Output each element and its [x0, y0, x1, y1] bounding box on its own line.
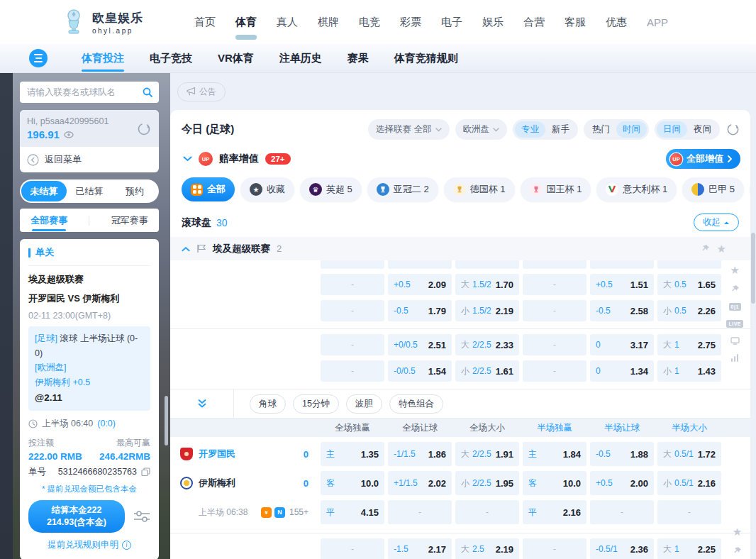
tab-unsettled[interactable]: 未结算: [21, 181, 67, 201]
odds-cell[interactable]: -: [321, 334, 384, 355]
nav-promo[interactable]: 优惠: [596, 0, 637, 44]
pin-icon[interactable]: [730, 284, 740, 294]
odds-cell[interactable]: -: [455, 500, 519, 524]
odds-type-select[interactable]: 欧洲盘: [455, 119, 508, 140]
toggle-hot[interactable]: 热门: [586, 121, 616, 138]
pin-icon[interactable]: [701, 244, 710, 253]
live-video-icon[interactable]: [730, 337, 740, 345]
odds-cell[interactable]: -0.5/12.36: [590, 538, 654, 559]
nav-entertainment[interactable]: 娱乐: [472, 0, 513, 44]
menu-icon[interactable]: [29, 49, 48, 67]
odds-cell[interactable]: -0.51.88: [590, 442, 654, 466]
odds-cell[interactable]: 小0.5/12.16: [657, 471, 721, 495]
expand-markets-button[interactable]: [170, 389, 234, 418]
odds-cell[interactable]: 主1.35: [321, 442, 384, 466]
odds-cell[interactable]: 03.17: [590, 334, 654, 355]
announcement-button[interactable]: 公告: [177, 82, 226, 101]
market-15min[interactable]: 15分钟: [293, 394, 339, 414]
cashout-settings-icon[interactable]: [133, 509, 150, 524]
odds-cell[interactable]: 大0.51.65: [657, 274, 721, 295]
odds-cell[interactable]: -0.51.79: [388, 300, 452, 321]
cashout-button[interactable]: 结算本金222 214.93(含本金): [28, 500, 125, 533]
odds-cell[interactable]: -: [523, 260, 587, 269]
league-tab-epl[interactable]: ♛ 英超 5: [300, 177, 362, 201]
subnav-rules[interactable]: 体育竞猜规则: [394, 52, 458, 65]
more-markets-count[interactable]: 155+: [289, 507, 308, 517]
odds-cell[interactable]: 大0.5/11.72: [657, 442, 721, 466]
odds-cell[interactable]: 01.34: [590, 360, 654, 382]
odds-cell[interactable]: 主1.84: [523, 442, 587, 466]
odds-cell[interactable]: 大1.5/21.70: [455, 274, 519, 295]
odds-cell[interactable]: +1/1.52.02: [388, 471, 452, 495]
league-tab-copa-del-rey[interactable]: 国王杯 1: [521, 177, 591, 201]
favorite-star-icon[interactable]: ★: [730, 265, 739, 275]
all-boost-button[interactable]: UP 全部增值: [666, 149, 740, 169]
odds-cell[interactable]: -: [523, 274, 587, 295]
market-corners[interactable]: 角球: [250, 394, 286, 414]
main-scrollbar[interactable]: [751, 233, 755, 304]
odds-cell[interactable]: +0.51.51: [590, 274, 654, 295]
odds-cell[interactable]: +0.52.00: [590, 471, 654, 495]
odds-cell[interactable]: -: [657, 500, 721, 524]
league-tab-acl2[interactable]: 亚冠二 2: [367, 177, 438, 201]
nav-app[interactable]: APP: [637, 0, 678, 44]
tab-settled[interactable]: 已结算: [67, 181, 112, 201]
odds-cell[interactable]: -: [388, 260, 452, 269]
odds-cell[interactable]: -: [523, 360, 587, 382]
league-tab-coppa-italia[interactable]: 意大利杯 1: [596, 177, 677, 201]
odds-cell[interactable]: -: [388, 500, 452, 524]
league-tab-favorites[interactable]: ★ 收藏: [240, 177, 294, 201]
market-correct-score[interactable]: 波胆: [346, 394, 382, 414]
odds-cell[interactable]: -: [657, 260, 721, 269]
subnav-sports-betting[interactable]: 体育投注: [82, 52, 124, 65]
odds-cell[interactable]: -: [455, 260, 519, 269]
toggle-novice[interactable]: 新手: [545, 121, 576, 138]
odds-cell[interactable]: +0/0.52.51: [388, 334, 452, 355]
nav-lottery[interactable]: 彩票: [390, 0, 431, 44]
toggle-pro[interactable]: 专业: [515, 121, 545, 138]
odds-cell[interactable]: -: [523, 300, 587, 321]
subnav-esports[interactable]: 电子竞技: [150, 52, 192, 65]
odds-cell[interactable]: 小2/2.51.61: [455, 360, 519, 382]
odds-cell[interactable]: -0.52.58: [590, 300, 654, 321]
tab-outright-events[interactable]: 冠军赛事: [111, 210, 148, 231]
nav-affiliate[interactable]: 合营: [513, 0, 555, 44]
home-team-name[interactable]: 开罗国民: [199, 448, 235, 460]
subnav-bet-history[interactable]: 注单历史: [279, 52, 322, 65]
refresh-balance-icon[interactable]: [136, 121, 152, 137]
nav-slots[interactable]: 电子: [431, 0, 472, 44]
league-tab-all[interactable]: 全部: [182, 177, 235, 201]
nav-cards[interactable]: 棋牌: [308, 0, 349, 44]
odds-cell[interactable]: 大2/2.52.33: [455, 334, 519, 355]
odds-cell[interactable]: -: [321, 274, 384, 295]
odds-cell[interactable]: 客10.0: [321, 471, 384, 495]
odds-cell[interactable]: 小0.52.26: [657, 300, 721, 321]
subnav-vr-sports[interactable]: VR体育: [218, 52, 254, 65]
league-tab-brasileirao[interactable]: 巴甲 5: [682, 177, 744, 201]
cashout-rules-link[interactable]: 提前兑现规则申明 i: [28, 539, 150, 551]
nav-sports[interactable]: 体育: [226, 0, 267, 44]
odds-cell[interactable]: -: [321, 538, 384, 559]
toggle-time[interactable]: 时间: [616, 121, 647, 138]
chevron-up-icon[interactable]: [182, 246, 190, 252]
league-tab-dfb-pokal[interactable]: 德国杯 1: [444, 177, 515, 201]
brand-logo[interactable]: 欧皇娱乐 ohyl.app: [61, 9, 143, 35]
odds-cell[interactable]: -1.52.17: [388, 538, 452, 559]
odds-cell[interactable]: 客10.0: [523, 471, 587, 495]
nav-live-casino[interactable]: 真人: [267, 0, 308, 44]
copy-icon[interactable]: [141, 467, 150, 477]
odds-cell[interactable]: 小1.5/22.19: [455, 300, 519, 321]
odds-cell[interactable]: 大12.25: [657, 538, 721, 559]
search-icon[interactable]: [142, 87, 153, 98]
odds-cell[interactable]: 小11.43: [657, 360, 721, 382]
back-to-menu[interactable]: 返回菜单: [20, 147, 159, 172]
odds-cell[interactable]: -1/1.51.86: [388, 442, 452, 466]
market-special-combo[interactable]: 特色组合: [389, 394, 443, 414]
odds-cell[interactable]: -: [523, 334, 587, 355]
refresh-odds-icon[interactable]: [726, 122, 740, 137]
odds-cell[interactable]: 大12.75: [657, 334, 721, 355]
toggle-night[interactable]: 夜间: [687, 121, 718, 138]
odds-cell[interactable]: +0.52.09: [388, 274, 452, 295]
odds-cell[interactable]: 大2/2.51.91: [455, 442, 519, 466]
odds-cell[interactable]: -: [590, 500, 654, 524]
